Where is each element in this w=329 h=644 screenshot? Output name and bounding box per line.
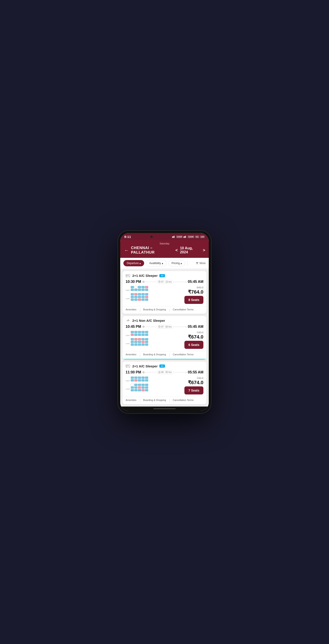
amenities-tab-3[interactable]: Amenities (126, 399, 139, 403)
svg-rect-24 (126, 366, 127, 366)
seat-row-3b (131, 379, 148, 382)
svg-rect-10 (197, 264, 198, 264)
ac-badge-3: AC (159, 364, 165, 368)
seat (141, 376, 145, 379)
svg-point-27 (129, 367, 130, 368)
phone-screen: 8:11 VoNR VoNR 5G 100 Saturday ← CHENNAI… (120, 233, 209, 411)
current-price-2: ₹674.0 (188, 334, 203, 340)
seat-row-2a (131, 331, 148, 333)
cancellation-tab-2[interactable]: Cancellation Terms (173, 353, 197, 357)
seat (131, 331, 134, 333)
seat (141, 338, 145, 340)
seat (138, 389, 141, 391)
dashed-line-1 (145, 282, 156, 282)
layout-labels-2: Upper Lower (126, 331, 130, 348)
seat (145, 289, 148, 291)
seat (131, 344, 134, 346)
section-gap (131, 291, 148, 293)
dashed-line-1b (174, 282, 185, 282)
status-bar: 8:11 VoNR VoNR 5G 100 (120, 233, 209, 240)
arrow-1: › (186, 280, 187, 284)
dashed-line-3b (174, 372, 185, 372)
boarding-tab-2[interactable]: Boarding & Dropping (143, 353, 169, 357)
seats-button-3[interactable]: 7 Seats (184, 386, 203, 394)
current-price-1: ₹764.0 (188, 289, 203, 295)
seat (138, 376, 141, 379)
seat (134, 384, 137, 386)
layout-labels-3: Upper Lower (126, 376, 130, 393)
seat (145, 389, 148, 391)
svg-rect-4 (184, 236, 184, 238)
section-gap-2 (131, 336, 148, 338)
current-price-3: ₹674.0 (188, 380, 203, 386)
amenities-tab-2[interactable]: Amenities (126, 353, 139, 357)
amenities-tab-1[interactable]: Amenities (126, 308, 139, 312)
seat (145, 376, 148, 379)
bus-type-row-1: 2+1 A/C Sleeper AC (126, 274, 203, 278)
seat (134, 341, 137, 343)
duration-2: 07 : 00 hrs (157, 325, 173, 329)
bus-type-name-3: 2+1 A/C Sleeper (132, 364, 158, 368)
seat (134, 296, 137, 298)
seats-button-1[interactable]: 8 Seats (184, 296, 203, 304)
seat-row-2d (131, 341, 148, 343)
indicator-bar (153, 408, 176, 409)
seat (131, 389, 134, 391)
svg-rect-1 (173, 236, 173, 238)
seat (141, 386, 145, 389)
filter-more[interactable]: More (196, 262, 206, 265)
info-tabs-1: Amenities | Boarding & Dropping | Cancel… (122, 306, 207, 314)
filter-availability[interactable]: Availibility ▴ (146, 260, 167, 266)
bus-type-row-2: 2+1 Non A/C Sleeper (126, 319, 203, 322)
svg-rect-2 (173, 236, 174, 238)
seat-rows-1 (131, 286, 148, 301)
layout-labels-1: Upper Lower (126, 286, 130, 303)
seat (145, 296, 148, 298)
seat (138, 331, 141, 333)
status-time: 8:11 (124, 235, 131, 238)
seat (145, 286, 148, 288)
seat (131, 341, 134, 343)
seat (141, 334, 145, 336)
next-date-button[interactable]: > (203, 248, 205, 253)
seat (131, 376, 134, 379)
vonr-badge-2: VoNR (188, 236, 194, 238)
bus-card-3-main: 2+1 A/C Sleeper AC 11:00 PM 06 : 55 hrs (122, 362, 207, 397)
seat (134, 289, 137, 291)
svg-rect-6 (185, 236, 185, 238)
svg-rect-8 (196, 262, 198, 263)
battery: 100 (200, 236, 205, 238)
arrow-3: › (186, 370, 187, 374)
price-col-2: 749.0 ₹674.0 6 Seats (184, 331, 203, 349)
cancellation-tab-3[interactable]: Cancellation Terms (173, 399, 197, 403)
back-button[interactable]: ← (124, 247, 129, 253)
prev-date-button[interactable]: < (175, 248, 178, 253)
seat (134, 338, 137, 340)
svg-point-14 (126, 276, 127, 277)
seat (145, 338, 148, 340)
svg-rect-13 (128, 275, 129, 276)
filter-pricing[interactable]: Pricing ▴ (168, 260, 185, 266)
phone-frame: 8:11 VoNR VoNR 5G 100 Saturday ← CHENNAI… (118, 230, 211, 414)
time-line-3: 06 : 55 hrs › (143, 370, 186, 374)
filter-departure[interactable]: Departure ▴ (123, 260, 144, 266)
boarding-tab-3[interactable]: Boarding & Dropping (143, 399, 169, 403)
depart-time-3: 11:00 PM (126, 370, 141, 374)
clock-icon-1 (158, 281, 160, 283)
seat (138, 338, 141, 340)
time-line-1: 07 : 15 hrs › (143, 280, 186, 284)
route-title: CHENNAI – PALLATHUR (131, 246, 175, 255)
bus-icon-1 (126, 274, 131, 278)
boarding-tab-1[interactable]: Boarding & Dropping (143, 308, 169, 312)
seats-button-2[interactable]: 6 Seats (184, 341, 203, 349)
arrow-2: › (186, 325, 187, 328)
seat (138, 289, 141, 291)
header-day: Saturday (160, 242, 169, 245)
bus-card-3: 2+1 A/C Sleeper AC 11:00 PM 06 : 55 hrs (122, 362, 207, 404)
original-price-3: 749.0 (188, 376, 203, 380)
seat (145, 379, 148, 382)
cancellation-tab-1[interactable]: Cancellation Terms (173, 308, 197, 312)
seat (134, 331, 137, 333)
seat-layout-1: Upper Lower (126, 286, 148, 303)
bus-type-name-2: 2+1 Non A/C Sleeper (132, 319, 165, 322)
